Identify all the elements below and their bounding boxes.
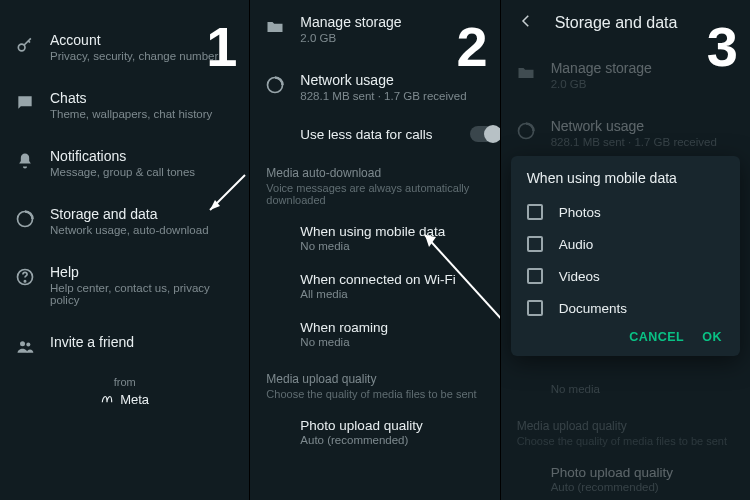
item-title: Notifications bbox=[50, 148, 233, 164]
item-sub: Privacy, security, change number bbox=[50, 50, 233, 62]
settings-item-storage[interactable]: Storage and dataNetwork usage, auto-down… bbox=[0, 192, 249, 250]
item-sub: 828.1 MB sent · 1.7 GB received bbox=[300, 90, 483, 102]
section-sub-autodl: Voice messages are always automatically … bbox=[250, 182, 499, 214]
item-sub: All media bbox=[300, 288, 483, 300]
autodl-mobile-row[interactable]: When using mobile data No media bbox=[250, 214, 499, 262]
item-sub: No media bbox=[300, 336, 483, 348]
item-sub: Auto (recommended) bbox=[300, 434, 483, 446]
item-title: When roaming bbox=[300, 320, 483, 335]
item-title: Storage and data bbox=[50, 206, 233, 222]
item-title: Photo upload quality bbox=[300, 418, 483, 433]
item-title: Chats bbox=[50, 90, 233, 106]
folder-icon bbox=[515, 62, 537, 84]
checkbox-icon[interactable] bbox=[527, 300, 543, 316]
settings-item-invite[interactable]: Invite a friend bbox=[0, 320, 249, 372]
data-usage-icon bbox=[14, 208, 36, 230]
less-data-toggle-row[interactable]: Use less data for calls bbox=[250, 116, 499, 152]
checkbox-icon[interactable] bbox=[527, 236, 543, 252]
data-usage-icon bbox=[515, 120, 537, 142]
svg-point-11 bbox=[518, 124, 533, 139]
network-usage-row: Network usage828.1 MB sent · 1.7 GB rece… bbox=[501, 104, 750, 162]
section-sub-upload: Choose the quality of media files to be … bbox=[250, 388, 499, 408]
autodl-wifi-row[interactable]: When connected on Wi-Fi All media bbox=[250, 262, 499, 310]
manage-storage-row[interactable]: Manage storage2.0 GB bbox=[250, 0, 499, 58]
toggle-switch[interactable] bbox=[470, 126, 500, 142]
panel-dialog: 3 Storage and data Manage storage2.0 GB … bbox=[500, 0, 750, 500]
svg-point-0 bbox=[18, 44, 25, 51]
item-title: Invite a friend bbox=[50, 334, 233, 350]
item-title: When connected on Wi-Fi bbox=[300, 272, 483, 287]
footer-from: from bbox=[0, 376, 249, 388]
manage-storage-row: Manage storage2.0 GB bbox=[501, 46, 750, 104]
section-header-upload: Media upload quality bbox=[250, 358, 499, 388]
option-documents[interactable]: Documents bbox=[527, 292, 732, 324]
item-sub: Theme, wallpapers, chat history bbox=[50, 108, 233, 120]
mobile-data-dialog: When using mobile data Photos Audio Vide… bbox=[511, 156, 740, 356]
checkbox-icon[interactable] bbox=[527, 268, 543, 284]
svg-point-5 bbox=[26, 343, 30, 347]
option-photos[interactable]: Photos bbox=[527, 196, 732, 228]
key-icon bbox=[14, 34, 36, 56]
option-videos[interactable]: Videos bbox=[527, 260, 732, 292]
option-audio[interactable]: Audio bbox=[527, 228, 732, 260]
svg-point-3 bbox=[24, 281, 25, 282]
folder-icon bbox=[264, 16, 286, 38]
section-header-autodl: Media auto-download bbox=[250, 152, 499, 182]
item-title: Network usage bbox=[300, 72, 483, 88]
item-title: When using mobile data bbox=[300, 224, 483, 239]
item-sub: Network usage, auto-download bbox=[50, 224, 233, 236]
screen-header: Storage and data bbox=[501, 0, 750, 46]
settings-item-account[interactable]: AccountPrivacy, security, change number bbox=[0, 18, 249, 76]
panel-storage-data: 2 Manage storage2.0 GB Network usage828.… bbox=[249, 0, 499, 500]
photo-upload-row[interactable]: Photo upload quality Auto (recommended) bbox=[250, 408, 499, 456]
item-sub: 2.0 GB bbox=[300, 32, 483, 44]
ok-button[interactable]: OK bbox=[702, 330, 722, 344]
people-icon bbox=[14, 336, 36, 358]
item-title: Help bbox=[50, 264, 233, 280]
meta-logo-icon bbox=[100, 393, 114, 407]
item-title: Account bbox=[50, 32, 233, 48]
chat-icon bbox=[14, 92, 36, 114]
item-sub: Message, group & call tones bbox=[50, 166, 233, 178]
svg-point-4 bbox=[20, 341, 25, 346]
checkbox-icon[interactable] bbox=[527, 204, 543, 220]
settings-item-chats[interactable]: ChatsTheme, wallpapers, chat history bbox=[0, 76, 249, 134]
item-sub: Help center, contact us, privacy policy bbox=[50, 282, 233, 306]
back-icon[interactable] bbox=[517, 12, 535, 34]
settings-item-notifications[interactable]: NotificationsMessage, group & call tones bbox=[0, 134, 249, 192]
bell-icon bbox=[14, 150, 36, 172]
settings-item-help[interactable]: HelpHelp center, contact us, privacy pol… bbox=[0, 250, 249, 320]
footer-brand: Meta bbox=[0, 392, 249, 407]
item-title: Manage storage bbox=[300, 14, 483, 30]
help-icon bbox=[14, 266, 36, 288]
item-title: Use less data for calls bbox=[300, 127, 432, 142]
cancel-button[interactable]: CANCEL bbox=[629, 330, 684, 344]
item-sub: No media bbox=[300, 240, 483, 252]
footer: from Meta bbox=[0, 376, 249, 407]
autodl-roaming-row[interactable]: When roaming No media bbox=[250, 310, 499, 358]
data-usage-icon bbox=[264, 74, 286, 96]
panel-settings: 1 AccountPrivacy, security, change numbe… bbox=[0, 0, 249, 500]
screen-title: Storage and data bbox=[555, 14, 678, 32]
dialog-title: When using mobile data bbox=[527, 170, 732, 186]
network-usage-row[interactable]: Network usage828.1 MB sent · 1.7 GB rece… bbox=[250, 58, 499, 116]
